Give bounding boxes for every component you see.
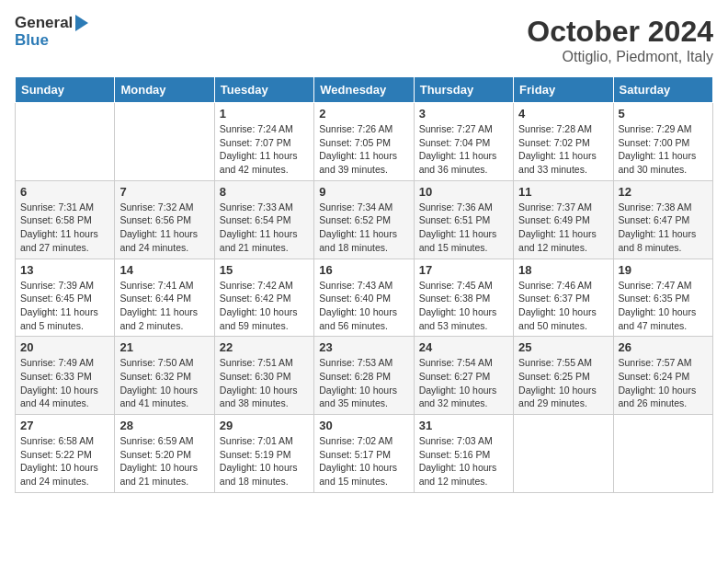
day-number: 17 (419, 263, 508, 277)
day-number: 27 (20, 419, 109, 432)
day-number: 10 (419, 185, 508, 199)
day-info: Sunrise: 7:38 AM Sunset: 6:47 PM Dayligh… (619, 201, 708, 255)
day-number: 24 (419, 340, 508, 354)
calendar-day-cell (613, 415, 712, 493)
calendar-day-cell: 15Sunrise: 7:42 AM Sunset: 6:42 PM Dayli… (214, 259, 313, 337)
day-number: 1 (220, 107, 309, 121)
calendar-week-row: 27Sunrise: 6:58 AM Sunset: 5:22 PM Dayli… (16, 415, 713, 493)
calendar-week-row: 20Sunrise: 7:49 AM Sunset: 6:33 PM Dayli… (16, 337, 713, 415)
day-number: 22 (220, 340, 309, 354)
day-number: 8 (220, 185, 309, 199)
day-info: Sunrise: 7:31 AM Sunset: 6:58 PM Dayligh… (20, 201, 109, 255)
calendar-day-cell: 9Sunrise: 7:34 AM Sunset: 6:52 PM Daylig… (314, 180, 414, 259)
calendar-title: October 2024 (527, 15, 713, 49)
calendar-day-cell: 2Sunrise: 7:26 AM Sunset: 7:05 PM Daylig… (314, 103, 414, 181)
day-info: Sunrise: 7:29 AM Sunset: 7:00 PM Dayligh… (619, 122, 708, 177)
day-number: 14 (119, 263, 209, 277)
day-number: 3 (419, 107, 508, 121)
day-info: Sunrise: 7:26 AM Sunset: 7:05 PM Dayligh… (319, 122, 408, 177)
calendar-day-cell (16, 103, 115, 181)
day-info: Sunrise: 7:37 AM Sunset: 6:49 PM Dayligh… (518, 201, 608, 255)
title-block: October 2024 Ottiglio, Piedmont, Italy (527, 15, 713, 65)
day-number: 20 (20, 340, 109, 354)
calendar-day-cell: 18Sunrise: 7:46 AM Sunset: 6:37 PM Dayli… (514, 259, 613, 337)
day-number: 19 (619, 263, 708, 277)
calendar-day-cell: 3Sunrise: 7:27 AM Sunset: 7:04 PM Daylig… (414, 103, 513, 181)
calendar-day-cell (115, 103, 214, 181)
calendar-table: SundayMondayTuesdayWednesdayThursdayFrid… (15, 76, 713, 493)
calendar-day-cell: 30Sunrise: 7:02 AM Sunset: 5:17 PM Dayli… (314, 415, 414, 493)
calendar-day-header: Sunday (16, 77, 115, 103)
logo-blue: Blue (15, 31, 49, 49)
calendar-week-row: 13Sunrise: 7:39 AM Sunset: 6:45 PM Dayli… (16, 259, 713, 337)
calendar-day-cell: 19Sunrise: 7:47 AM Sunset: 6:35 PM Dayli… (613, 259, 712, 337)
calendar-day-cell: 16Sunrise: 7:43 AM Sunset: 6:40 PM Dayli… (314, 259, 414, 337)
calendar-day-cell: 5Sunrise: 7:29 AM Sunset: 7:00 PM Daylig… (613, 103, 712, 181)
calendar-day-header: Monday (115, 77, 214, 103)
day-number: 28 (119, 419, 209, 432)
calendar-day-cell: 31Sunrise: 7:03 AM Sunset: 5:16 PM Dayli… (414, 415, 513, 493)
calendar-subtitle: Ottiglio, Piedmont, Italy (527, 49, 713, 65)
day-info: Sunrise: 6:59 AM Sunset: 5:20 PM Dayligh… (119, 434, 209, 488)
day-info: Sunrise: 7:49 AM Sunset: 6:33 PM Dayligh… (20, 356, 109, 410)
day-number: 2 (319, 107, 408, 121)
calendar-day-cell: 1Sunrise: 7:24 AM Sunset: 7:07 PM Daylig… (214, 103, 313, 181)
day-number: 23 (319, 340, 408, 354)
day-number: 6 (20, 185, 109, 199)
day-number: 11 (518, 185, 608, 199)
calendar-day-cell: 4Sunrise: 7:28 AM Sunset: 7:02 PM Daylig… (514, 103, 613, 181)
calendar-day-cell: 22Sunrise: 7:51 AM Sunset: 6:30 PM Dayli… (214, 337, 313, 415)
calendar-day-cell: 6Sunrise: 7:31 AM Sunset: 6:58 PM Daylig… (16, 180, 115, 259)
calendar-day-cell: 12Sunrise: 7:38 AM Sunset: 6:47 PM Dayli… (613, 180, 712, 259)
calendar-day-cell: 17Sunrise: 7:45 AM Sunset: 6:38 PM Dayli… (414, 259, 513, 337)
calendar-day-cell: 14Sunrise: 7:41 AM Sunset: 6:44 PM Dayli… (115, 259, 214, 337)
day-info: Sunrise: 6:58 AM Sunset: 5:22 PM Dayligh… (20, 434, 109, 488)
calendar-day-cell: 20Sunrise: 7:49 AM Sunset: 6:33 PM Dayli… (16, 337, 115, 415)
calendar-day-cell: 21Sunrise: 7:50 AM Sunset: 6:32 PM Dayli… (115, 337, 214, 415)
day-number: 7 (119, 185, 209, 199)
day-info: Sunrise: 7:51 AM Sunset: 6:30 PM Dayligh… (220, 356, 309, 410)
calendar-day-cell: 26Sunrise: 7:57 AM Sunset: 6:24 PM Dayli… (613, 337, 712, 415)
day-info: Sunrise: 7:45 AM Sunset: 6:38 PM Dayligh… (419, 279, 508, 333)
calendar-week-row: 1Sunrise: 7:24 AM Sunset: 7:07 PM Daylig… (16, 103, 713, 181)
calendar-week-row: 6Sunrise: 7:31 AM Sunset: 6:58 PM Daylig… (16, 180, 713, 259)
calendar-day-cell: 27Sunrise: 6:58 AM Sunset: 5:22 PM Dayli… (16, 415, 115, 493)
day-number: 29 (220, 419, 309, 432)
calendar-day-cell: 11Sunrise: 7:37 AM Sunset: 6:49 PM Dayli… (514, 180, 613, 259)
day-number: 9 (319, 185, 408, 199)
day-number: 18 (518, 263, 608, 277)
calendar-day-cell (514, 415, 613, 493)
day-number: 21 (119, 340, 209, 354)
day-info: Sunrise: 7:42 AM Sunset: 6:42 PM Dayligh… (220, 279, 309, 333)
calendar-day-cell: 29Sunrise: 7:01 AM Sunset: 5:19 PM Dayli… (214, 415, 313, 493)
calendar-day-cell: 13Sunrise: 7:39 AM Sunset: 6:45 PM Dayli… (16, 259, 115, 337)
logo-general: General (15, 15, 73, 32)
logo: General Blue (15, 15, 88, 49)
day-info: Sunrise: 7:36 AM Sunset: 6:51 PM Dayligh… (419, 201, 508, 255)
day-info: Sunrise: 7:33 AM Sunset: 6:54 PM Dayligh… (220, 201, 309, 255)
day-info: Sunrise: 7:55 AM Sunset: 6:25 PM Dayligh… (518, 356, 608, 410)
day-number: 16 (319, 263, 408, 277)
page-header: General Blue October 2024 Ottiglio, Pied… (15, 15, 713, 65)
day-number: 13 (20, 263, 109, 277)
day-info: Sunrise: 7:24 AM Sunset: 7:07 PM Dayligh… (220, 122, 309, 177)
calendar-day-cell: 8Sunrise: 7:33 AM Sunset: 6:54 PM Daylig… (214, 180, 313, 259)
calendar-day-header: Wednesday (314, 77, 414, 103)
day-number: 25 (518, 340, 608, 354)
day-info: Sunrise: 7:34 AM Sunset: 6:52 PM Dayligh… (319, 201, 408, 255)
day-number: 26 (619, 340, 708, 354)
calendar-day-cell: 28Sunrise: 6:59 AM Sunset: 5:20 PM Dayli… (115, 415, 214, 493)
day-info: Sunrise: 7:50 AM Sunset: 6:32 PM Dayligh… (119, 356, 209, 410)
calendar-day-cell: 23Sunrise: 7:53 AM Sunset: 6:28 PM Dayli… (314, 337, 414, 415)
day-number: 5 (619, 107, 708, 121)
day-info: Sunrise: 7:02 AM Sunset: 5:17 PM Dayligh… (319, 434, 408, 488)
day-info: Sunrise: 7:39 AM Sunset: 6:45 PM Dayligh… (20, 279, 109, 333)
day-info: Sunrise: 7:43 AM Sunset: 6:40 PM Dayligh… (319, 279, 408, 333)
day-number: 15 (220, 263, 309, 277)
day-info: Sunrise: 7:57 AM Sunset: 6:24 PM Dayligh… (619, 356, 708, 410)
calendar-day-cell: 7Sunrise: 7:32 AM Sunset: 6:56 PM Daylig… (115, 180, 214, 259)
day-number: 12 (619, 185, 708, 199)
calendar-day-header: Saturday (613, 77, 712, 103)
calendar-header-row: SundayMondayTuesdayWednesdayThursdayFrid… (16, 77, 713, 103)
day-info: Sunrise: 7:28 AM Sunset: 7:02 PM Dayligh… (518, 122, 608, 177)
